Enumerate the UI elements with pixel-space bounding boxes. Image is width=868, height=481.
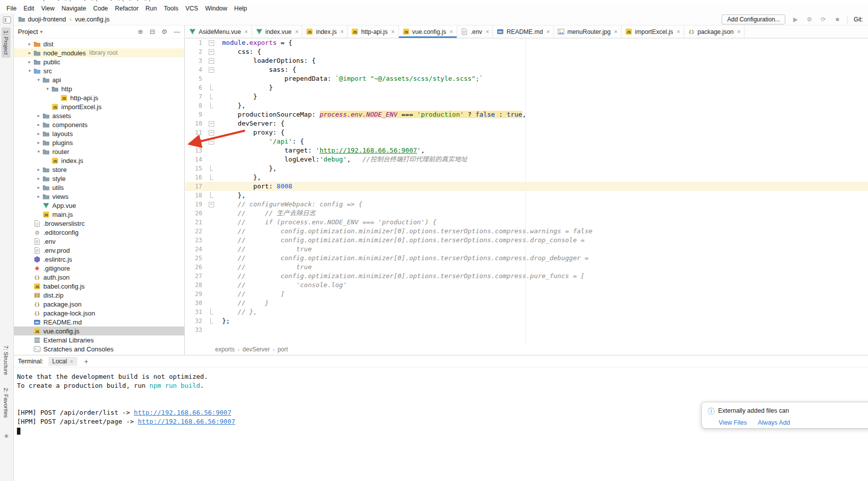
tree-item-eslintrc-js[interactable]: .eslintrc.js [14, 255, 184, 264]
code-line-24[interactable]: 24 // true [185, 245, 868, 254]
tree-item-api[interactable]: ▾api [14, 75, 184, 84]
code-line-10[interactable]: 10 devServer: { [185, 119, 868, 128]
code-line-26[interactable]: 26 // true [185, 263, 868, 272]
tree-item-env[interactable]: .env [14, 237, 184, 246]
tree-item-package-lock-json[interactable]: {}package-lock.json [14, 309, 184, 318]
fold-collapse-icon[interactable] [205, 128, 216, 137]
code-line-14[interactable]: 14 logLevel:'debug', //控制台终端打印代理前的真实地址 [185, 155, 868, 164]
tab-asidemenu-vue[interactable]: AsideMenu.vue× [185, 25, 252, 38]
chevron-right-icon[interactable]: ▸ [35, 122, 42, 127]
tab-http-api-js[interactable]: JShttp-api.js× [348, 25, 398, 38]
code-line-1[interactable]: 1module.exports = { [185, 38, 868, 47]
tab-index-js[interactable]: JSindex.js× [302, 25, 348, 38]
stop-icon[interactable]: ■ [833, 16, 841, 23]
chevron-right-icon[interactable]: ▸ [35, 185, 42, 190]
chevron-right-icon[interactable]: ▸ [26, 41, 33, 46]
close-icon[interactable]: × [391, 28, 394, 35]
close-icon[interactable]: × [737, 28, 741, 35]
code-line-17[interactable]: 17 port: 8008 [185, 182, 868, 191]
tree-item-node-modules[interactable]: ▸node_moduleslibrary root [14, 48, 184, 57]
breadcrumb-devserver[interactable]: devServer [243, 346, 270, 353]
code-url-link[interactable]: http://192.168.66.56:9007 [320, 147, 417, 154]
tree-item-assets[interactable]: ▸assets [14, 111, 184, 120]
chevron-right-icon[interactable]: ▸ [26, 50, 33, 55]
chevron-down-icon[interactable]: ▾ [44, 86, 51, 91]
code-line-28[interactable]: 28 // 'console.log' [185, 281, 868, 290]
code-line-32[interactable]: 32}; [185, 317, 868, 325]
breadcrumb-port[interactable]: port [277, 346, 288, 353]
menu-item-code[interactable]: Code [90, 4, 112, 13]
menu-item-refactor[interactable]: Refactor [112, 4, 142, 13]
tree-item-app-vue[interactable]: App.vue [14, 201, 184, 210]
code-line-11[interactable]: 11 proxy: { [185, 128, 868, 137]
menu-item-run[interactable]: Run [142, 4, 160, 13]
tree-item-dist-zip[interactable]: dist.zip [14, 291, 184, 300]
menu-item-file[interactable]: File [3, 4, 20, 13]
close-icon[interactable]: × [546, 28, 550, 35]
tree-item-index-js[interactable]: JSindex.js [14, 156, 184, 165]
code-line-16[interactable]: 16 }, [185, 173, 868, 182]
project-panel-title[interactable]: Project [18, 28, 38, 35]
tree-item-readme-md[interactable]: MDREADME.md [14, 318, 184, 326]
tree-item-vue-config-js[interactable]: JSvue.config.js [14, 326, 184, 335]
tree-item-scratches-and-consoles[interactable]: Scratches and Consoles [14, 344, 184, 353]
code-line-31[interactable]: 31 // }, [185, 308, 868, 317]
fold-end-icon[interactable] [205, 101, 216, 110]
fold-collapse-icon[interactable] [205, 119, 216, 128]
chevron-down-icon[interactable]: ▾ [40, 29, 42, 34]
settings-icon[interactable]: ⚙ [161, 28, 167, 35]
close-icon[interactable]: × [70, 358, 73, 364]
code-line-15[interactable]: 15 }, [185, 164, 868, 173]
chevron-right-icon[interactable]: ▸ [35, 113, 42, 118]
fold-collapse-icon[interactable] [205, 38, 216, 47]
chevron-down-icon[interactable]: ▾ [35, 149, 42, 154]
fold-end-icon[interactable] [205, 83, 216, 92]
terminal-tab-local[interactable]: Local × [48, 357, 77, 366]
fold-end-icon[interactable] [205, 92, 216, 101]
chevron-right-icon[interactable]: ▸ [35, 194, 42, 199]
tree-item-public[interactable]: ▸public [14, 57, 184, 66]
view-files-link[interactable]: View Files [719, 419, 747, 426]
tree-item-importexcel-js[interactable]: JSimportExcel.js [14, 102, 184, 111]
tree-item-components[interactable]: ▸components [14, 120, 184, 129]
close-icon[interactable]: × [614, 28, 618, 35]
code-line-8[interactable]: 8 }, [185, 101, 868, 110]
always-add-link[interactable]: Always Add [758, 419, 790, 426]
menu-item-vcs[interactable]: VCS [182, 4, 202, 13]
locate-icon[interactable]: ⊕ [138, 28, 143, 35]
tree-item-env-prod[interactable]: .env.prod [14, 246, 184, 255]
fold-end-icon[interactable] [205, 317, 216, 325]
tree-item-style[interactable]: ▸style [14, 174, 184, 183]
breadcrumb-item-vue-config-js[interactable]: vue.config.js [75, 16, 109, 23]
tree-item-dist[interactable]: ▸dist [14, 39, 184, 48]
fold-end-icon[interactable] [205, 191, 216, 200]
chevron-right-icon[interactable]: ▸ [35, 140, 42, 145]
tree-item-external-libraries[interactable]: External Libraries [14, 335, 184, 344]
tree-item-package-json[interactable]: {}package.json [14, 300, 184, 309]
favorites-star-icon[interactable]: ★ [3, 432, 9, 440]
code-line-27[interactable]: 27 // config.optimization.minimizer[0].o… [185, 272, 868, 281]
chevron-right-icon[interactable]: ▸ [35, 131, 42, 136]
code-line-23[interactable]: 23 // config.optimization.minimizer[0].o… [185, 236, 868, 245]
tree-item-babel-config-js[interactable]: JSbabel.config.js [14, 282, 184, 291]
tree-item-router[interactable]: ▾router [14, 147, 184, 156]
fold-collapse-icon[interactable] [205, 137, 216, 146]
sync-icon[interactable]: ⟳ [819, 16, 827, 23]
fold-collapse-icon[interactable] [205, 200, 216, 209]
tree-item-http-api-js[interactable]: JShttp-api.js [14, 93, 184, 102]
tab-menurouter-jpg[interactable]: menuRouter.jpg× [554, 25, 621, 38]
new-terminal-icon[interactable]: + [82, 357, 90, 365]
fold-end-icon[interactable] [205, 308, 216, 317]
code-line-33[interactable]: 33 [185, 325, 868, 334]
code-line-18[interactable]: 18 }, [185, 191, 868, 200]
menu-item-help[interactable]: Help [231, 4, 250, 13]
code-line-2[interactable]: 2 css: { [185, 47, 868, 56]
terminal-url-link[interactable]: http://192.168.66.56:9007 [134, 409, 232, 416]
tool-window-icon[interactable] [3, 16, 11, 23]
close-icon[interactable]: × [340, 28, 344, 35]
tree-item-browserslistrc[interactable]: .browserslistrc [14, 219, 184, 228]
tool-button-favorites[interactable]: 2: Favorites [1, 385, 10, 421]
close-icon[interactable]: × [295, 28, 298, 35]
tree-item-layouts[interactable]: ▸layouts [14, 129, 184, 138]
close-icon[interactable]: × [486, 28, 489, 35]
